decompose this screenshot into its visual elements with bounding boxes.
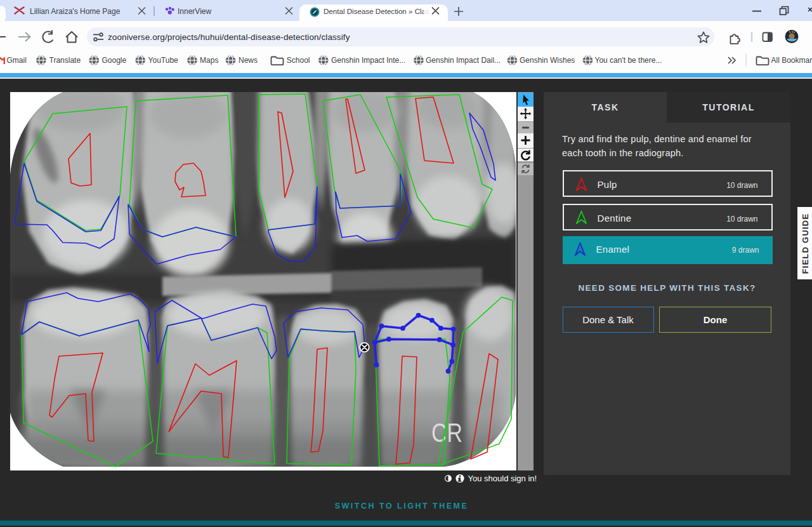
svg-text:Lillian Araiza's Home Page: Lillian Araiza's Home Page — [30, 7, 121, 16]
svg-text:Genshin Impact Dail...: Genshin Impact Dail... — [426, 56, 501, 65]
svg-text:Gmail: Gmail — [7, 56, 27, 65]
svg-text:News: News — [239, 56, 258, 65]
svg-text:Genshin Impact Inte...: Genshin Impact Inte... — [331, 56, 405, 65]
svg-text:InnerView: InnerView — [178, 7, 211, 16]
svg-text:All Bookmark: All Bookmark — [771, 56, 812, 65]
svg-text:Maps: Maps — [200, 56, 218, 65]
svg-text:You can't be there...: You can't be there... — [595, 56, 662, 65]
svg-text:YouTube: YouTube — [148, 56, 178, 65]
svg-text:Genshin Wishes: Genshin Wishes — [520, 56, 575, 65]
svg-text:Translate: Translate — [49, 56, 81, 65]
svg-text:Dental Disease Detection » Cla: Dental Disease Detection » Clas — [324, 7, 429, 15]
svg-text:School: School — [287, 56, 310, 65]
svg-text:Google: Google — [102, 56, 127, 65]
